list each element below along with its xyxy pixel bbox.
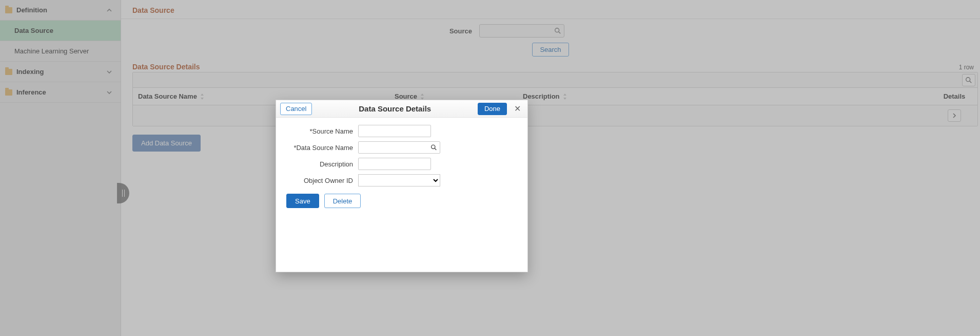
modal-form: Source Name Data Source Name Description… (276, 118, 527, 208)
save-button[interactable]: Save (286, 194, 319, 208)
search-icon[interactable] (430, 144, 437, 151)
source-name-input[interactable] (358, 125, 431, 137)
button-label: Save (295, 197, 310, 205)
button-label: Cancel (286, 105, 306, 113)
source-name-label: Source Name (281, 127, 358, 135)
app-root: Definition Data Source Machine Learning … (0, 0, 980, 336)
object-owner-select[interactable] (358, 174, 440, 186)
cancel-button[interactable]: Cancel (280, 103, 312, 115)
row-data-source-name: Data Source Name (281, 141, 519, 154)
description-label: Description (281, 160, 358, 168)
modal-title: Data Source Details (316, 104, 473, 113)
svg-point-4 (432, 145, 435, 148)
row-object-owner: Object Owner ID (281, 174, 519, 186)
modal-actions: Save Delete (281, 191, 519, 208)
modal-header: Cancel Data Source Details Done ✕ (276, 100, 527, 118)
delete-button[interactable]: Delete (324, 194, 361, 208)
description-input[interactable] (358, 158, 431, 170)
button-label: Delete (333, 197, 352, 205)
row-description: Description (281, 158, 519, 170)
data-source-name-lookup (358, 141, 440, 154)
row-source-name: Source Name (281, 125, 519, 137)
close-icon[interactable]: ✕ (511, 103, 523, 115)
object-owner-label: Object Owner ID (281, 177, 358, 184)
data-source-name-input[interactable] (358, 141, 440, 154)
button-label: Done (484, 105, 500, 113)
done-button[interactable]: Done (478, 103, 507, 115)
data-source-name-label: Data Source Name (281, 144, 358, 152)
svg-line-5 (435, 148, 436, 150)
data-source-details-modal: Cancel Data Source Details Done ✕ Source… (276, 100, 528, 272)
